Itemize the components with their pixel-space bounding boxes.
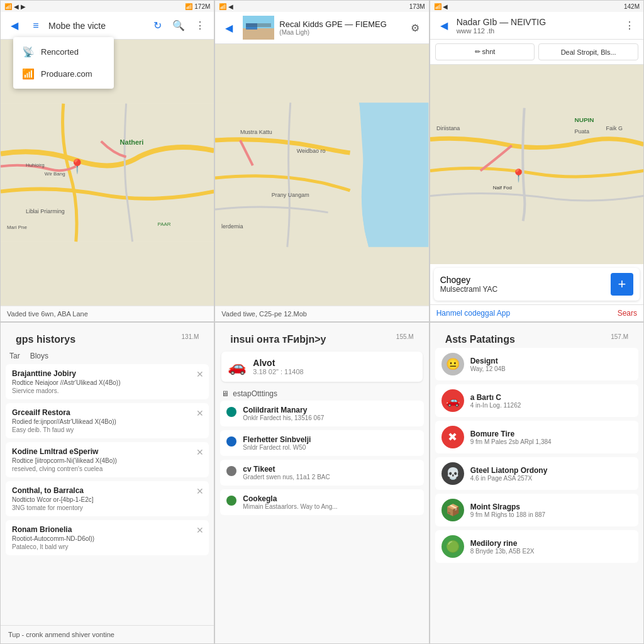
close-icon[interactable]: ✕ — [196, 525, 204, 535]
panel-bottom-right: Asts Patatings 157.M 😐 Designt Way, 12 0… — [430, 322, 644, 644]
close-icon[interactable]: ✕ — [196, 447, 204, 457]
avatar: 💀 — [441, 462, 464, 485]
svg-text:Prany Uangam: Prany Uangam — [272, 192, 309, 198]
svg-text:Natheri: Natheri — [120, 138, 144, 146]
dot-green — [226, 496, 236, 506]
dropdown-item-rencorted[interactable]: 📡 Rencorted — [13, 41, 114, 63]
svg-text:Mari Pne: Mari Pne — [7, 225, 27, 230]
info-title: Chogey — [440, 275, 498, 285]
gear-icon[interactable]: ⚙ — [406, 19, 424, 36]
page-title-right: Nadar GIb — NЕIVTIG — [457, 17, 617, 27]
list-item: Flerhetter Sinbvelji Snldr Fardect rol. … — [220, 430, 423, 456]
svg-rect-9 — [243, 28, 274, 40]
hanmel-link[interactable]: Hanmel codeggal App — [436, 309, 510, 318]
back-icon-right[interactable]: ◀ — [435, 17, 453, 35]
panel-top-mid: 📶 ◀ 173M ◀ Recal Kidds GPE — FIEМEG (Maa… — [214, 0, 429, 322]
svg-rect-11 — [246, 23, 271, 27]
list-item: Grceailf Restora Rodied fe:ijnpor//Astr'… — [6, 403, 209, 438]
list-item: Conthal, to Barralca Nodticto Wcor or-[4… — [6, 481, 209, 516]
info-card: Chogey Mulsectraml YAC + — [434, 268, 640, 301]
more-icon[interactable]: ⋮ — [191, 17, 209, 35]
gps-tabs: Tar Bloys — [1, 348, 214, 364]
add-button[interactable]: + — [611, 273, 633, 296]
svg-text:Nalf Fod: Nalf Fod — [492, 185, 511, 191]
avatar: 😐 — [441, 353, 464, 375]
svg-text:📍: 📍 — [510, 168, 526, 183]
svg-text:Wir Bang: Wir Bang — [45, 171, 65, 177]
storage-mid: 155.M — [389, 332, 421, 344]
sears-link[interactable]: Sears — [618, 309, 637, 318]
more-icon-right[interactable]: ⋮ — [621, 17, 638, 35]
gps-header: gps historys — [8, 328, 83, 348]
close-icon[interactable]: ✕ — [196, 408, 204, 418]
ins-alert-title: Alvot — [253, 358, 303, 368]
action-buttons: ✏ shnt Deal Stropit, Bls... — [430, 40, 643, 65]
close-icon[interactable]: ✕ — [196, 486, 204, 496]
svg-text:Faik G: Faik G — [606, 125, 622, 131]
svg-text:lerdemia: lerdemia — [221, 223, 243, 230]
map-mid: Mustra Kattu Weidbao ro Prany Uangam ler… — [215, 44, 428, 306]
dot-teal — [226, 407, 236, 417]
status-bar-top-right: 📶 ◀ 142M — [430, 1, 643, 12]
refresh-icon[interactable]: ↻ — [148, 17, 166, 35]
storage-right: 157.M — [603, 332, 636, 344]
thumb-text: Recal Kidds GPE — FIEМEG (Maa Ligh) — [279, 19, 401, 36]
dropdown-item-produare[interactable]: 📶 Produare.com — [13, 63, 114, 85]
thumb-bar: ◀ Recal Kidds GPE — FIEМEG (Maa Ligh) ⚙ — [215, 12, 428, 44]
assets-header: Asts Patatings — [438, 328, 523, 348]
menu-icon[interactable]: ≡ — [27, 17, 45, 35]
tab-tar[interactable]: Tar — [7, 350, 23, 362]
list-item: Ronam Brionelia Rootiot-Autocomm-ND-D6ol… — [6, 520, 209, 555]
ins-alert-sub: 3.18 02" : 11408 — [253, 368, 303, 375]
dropdown-label-produare: Produare.com — [41, 69, 92, 79]
ins-list: Colildrarit Manary Onklr Fardect his, 13… — [215, 401, 428, 643]
status-bar-top-mid: 📶 ◀ 173M — [215, 1, 428, 12]
settings-label: 🖥 estapOtttings — [215, 386, 428, 401]
car-icon: 🚗 — [228, 358, 247, 375]
status-left: 📶 ◀ ▶ — [4, 3, 26, 10]
svg-text:Diriistana: Diriistana — [436, 125, 460, 131]
status-right: 📶 172M — [185, 3, 210, 10]
search-icon[interactable]: 🔍 — [170, 17, 187, 35]
list-item: cv Tikeet Gradert swen nus, 11a1 2 BAC — [220, 460, 423, 486]
svg-text:NUPIN: NUPIN — [574, 116, 594, 123]
map-footer-mid: Vaded tiwe, C25-pe 12.Mob — [215, 306, 428, 321]
tab-bloys[interactable]: Bloys — [28, 350, 51, 362]
panel-top-right: 📶 ◀ 142M ◀ Nadar GIb — NЕIVTIG www 112 .… — [430, 0, 644, 322]
rencorted-icon: 📡 — [22, 46, 35, 58]
dropdown-label-rencorted: Rencorted — [41, 47, 79, 57]
gps-list: Brajanttine Jobiry Rodtice Neiajoor //As… — [1, 364, 214, 625]
list-item: Colildrarit Manary Onklr Fardect his, 13… — [220, 401, 423, 426]
avatar: 🚗 — [441, 389, 464, 412]
list-item: Kodine Lmltrad eSperiw Rodtice [iitropco… — [6, 442, 209, 477]
page-sub-right: www 112 .th — [457, 27, 617, 35]
avatar: 📦 — [441, 499, 464, 521]
gps-footer: Tup - cronk anmend shiver vontine — [1, 625, 214, 643]
dropdown-menu: 📡 Rencorted 📶 Produare.com — [13, 37, 114, 89]
list-item: Cookegla Mimain Eastaarlors. Way to Ang.… — [220, 489, 423, 515]
back-icon-mid[interactable]: ◀ — [220, 19, 238, 36]
panel-bottom-left: gps historys 131.M Tar Bloys Brajanttine… — [0, 322, 214, 644]
panel-top-left: 📶 ◀ ▶ 📶 172M ◀ ≡ Mobe the victe ↻ 🔍 ⋮ 📡 … — [0, 0, 214, 322]
list-item: 🚗 a Bartı C 4 in-In Log. 11262 — [435, 384, 638, 417]
settings-icon: 🖥 — [221, 389, 229, 398]
svg-text:Puata: Puata — [574, 128, 589, 135]
list-item: ✖ Bomure Tire 9 fm M Pales 2sb ARpl 1,38… — [435, 421, 638, 453]
back-icon[interactable]: ◀ — [6, 17, 23, 35]
svg-text:📍: 📍 — [69, 158, 86, 175]
shnt-button[interactable]: ✏ shnt — [435, 43, 535, 60]
thumb-image — [243, 16, 274, 40]
svg-rect-0 — [1, 104, 214, 242]
ins-header: insui онта тFиbjn>y — [223, 328, 333, 348]
status-bar-top-left: 📶 ◀ ▶ 📶 172M — [1, 1, 214, 12]
svg-text:Weidbao ro: Weidbao ro — [297, 148, 326, 154]
dot-gray — [226, 466, 236, 476]
produare-icon: 📶 — [22, 68, 35, 80]
avatar: 🟢 — [441, 535, 464, 558]
dot-blue — [226, 436, 236, 447]
deal-button[interactable]: Deal Stropit, Bls... — [538, 43, 638, 60]
top-bar-right: ◀ Nadar GIb — NЕIVTIG www 112 .th ⋮ — [430, 12, 643, 40]
close-icon[interactable]: ✕ — [196, 369, 204, 379]
storage-left: 131.M — [174, 332, 207, 344]
page-title-left: Mobe the victe — [48, 21, 145, 31]
